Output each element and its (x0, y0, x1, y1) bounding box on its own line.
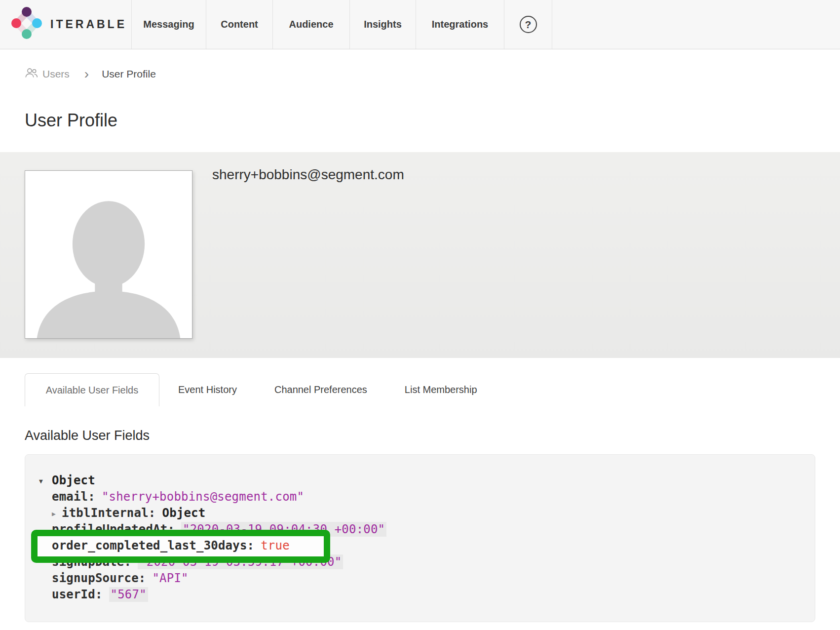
users-icon (25, 68, 38, 81)
field-value: "567" (109, 587, 148, 602)
field-value: Object (162, 506, 205, 520)
colon: : (124, 555, 132, 569)
tree-row-itblinternal: ▶itblInternal:Object (52, 505, 815, 521)
field-value: true (261, 539, 290, 552)
field-key: userId (52, 588, 95, 601)
field-value: "sherry+bobbins@segment.com" (102, 490, 304, 504)
field-value: "2020-03-19 03:59:17 +00:00" (138, 554, 343, 569)
brand-wordmark: ITERABLE (50, 18, 127, 31)
tab-channel-preferences[interactable]: Channel Preferences (256, 373, 386, 406)
nav-item-insights[interactable]: Insights (350, 0, 416, 49)
breadcrumb: Users › User Profile (25, 66, 840, 82)
avatar-silhouette-icon (25, 171, 192, 338)
field-key: signupDate (52, 555, 124, 569)
user-fields-tree: ▼Object email:"sherry+bobbins@segment.co… (25, 454, 815, 622)
tree-row-root: ▼Object (39, 472, 815, 489)
top-navbar: ITERABLE Messaging Content Audience Insi… (0, 0, 840, 49)
colon: : (149, 506, 156, 520)
colon: : (95, 588, 103, 601)
tree-row-profileupdatedat: profileUpdatedAt:"2020-03-19 09:04:30 +0… (52, 521, 815, 538)
collapse-toggle-icon[interactable]: ▼ (39, 473, 52, 489)
tree-row-signupdate: signupDate:"2020-03-19 03:59:17 +00:00" (52, 554, 815, 570)
field-value: "2020-03-19 09:04:30 +00:00" (181, 522, 386, 537)
breadcrumb-users-label: Users (42, 68, 70, 80)
colon: : (247, 539, 255, 552)
tree-row-signupsource: signupSource:"API" (52, 570, 815, 587)
profile-email: sherry+bobbins@segment.com (212, 167, 404, 183)
field-key: order_completed_last_30days (52, 539, 247, 552)
colon: : (167, 522, 175, 536)
nav-item-integrations[interactable]: Integrations (416, 0, 504, 49)
iterable-diamond-icon (11, 6, 42, 42)
breadcrumb-current: User Profile (102, 68, 156, 80)
nav-item-messaging[interactable]: Messaging (132, 0, 206, 49)
profile-header: sherry+bobbins@segment.com (0, 152, 840, 358)
colon: : (139, 571, 146, 585)
tree-row-userid: userId:"567" (52, 587, 815, 603)
iterable-logo[interactable]: ITERABLE (0, 0, 132, 49)
help-button[interactable]: ? (504, 0, 552, 49)
field-key: email (52, 490, 88, 504)
nav-item-content[interactable]: Content (206, 0, 273, 49)
tree-row-order-completed-last-30days: order_completed_last_30days:true (52, 538, 815, 554)
field-key: signupSource (52, 571, 139, 585)
tab-event-history[interactable]: Event History (159, 373, 256, 406)
profile-tabs: Available User Fields Event History Chan… (25, 373, 840, 406)
colon: : (88, 490, 95, 504)
navbar-spacer (552, 0, 840, 49)
root-object-label: Object (52, 473, 95, 487)
avatar (25, 170, 192, 339)
expand-toggle-icon[interactable]: ▶ (52, 506, 56, 522)
breadcrumb-users-link[interactable]: Users (25, 68, 70, 81)
tab-list-membership[interactable]: List Membership (386, 373, 496, 406)
help-question-icon: ? (520, 16, 537, 33)
section-heading: Available User Fields (25, 427, 840, 444)
page-title: User Profile (25, 110, 840, 131)
field-value: "API" (152, 571, 188, 585)
field-key: profileUpdatedAt (52, 522, 167, 536)
chevron-right-icon: › (84, 69, 89, 79)
tab-available-user-fields[interactable]: Available User Fields (25, 373, 159, 406)
nav-item-audience[interactable]: Audience (273, 0, 350, 49)
tree-row-email: email:"sherry+bobbins@segment.com" (52, 489, 815, 505)
field-key: itblInternal (62, 506, 149, 520)
